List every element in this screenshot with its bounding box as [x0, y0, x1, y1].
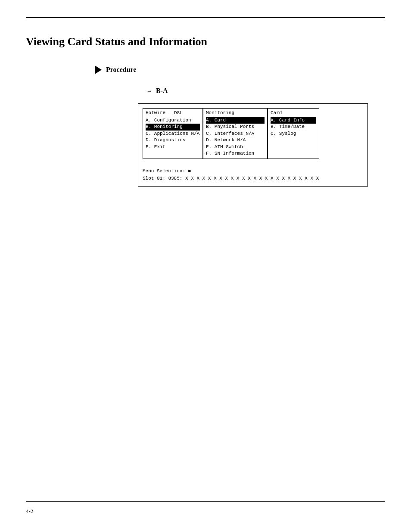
menu-item-exit: E. Exit: [146, 144, 200, 150]
page-title: Viewing Card Status and Information: [26, 35, 385, 48]
menu-item: F. SN Information: [206, 150, 265, 157]
status-line-1: Menu Selection: ■: [143, 168, 363, 175]
procedure-header: Procedure: [26, 65, 385, 74]
terminal-status: Menu Selection: ■ Slot 01: 8385: X X X X…: [143, 168, 363, 182]
menu-item-cardinfo: A. Card Info: [271, 117, 316, 124]
menu-panel-1: Hotwire – DSL A. Configuration B. Monito…: [143, 108, 203, 159]
page-number: 4-2: [26, 508, 33, 515]
panel2-title: Monitoring: [206, 110, 265, 115]
step-description: → B-A: [26, 87, 385, 95]
terminal-screen: Hotwire – DSL A. Configuration B. Monito…: [138, 103, 368, 187]
menu-item-monitoring: B. Monitoring: [146, 124, 200, 130]
menu-item-card: A. Card: [206, 117, 265, 124]
menu-panel-3: Card A. Card Info B. Time/Date C. Syslog: [268, 108, 319, 159]
menu-item: C. Syslog: [271, 131, 316, 137]
menu-item: D. Diagnostics: [146, 137, 200, 143]
terminal-menu-area: Hotwire – DSL A. Configuration B. Monito…: [143, 108, 363, 159]
menu-item: B. Physical Ports: [206, 124, 265, 130]
procedure-section: Procedure → B-A Hotwire – DSL A. Configu…: [26, 65, 385, 187]
menu-item: A. Configuration: [146, 117, 200, 124]
menu-item: E. ATM Switch: [206, 144, 265, 150]
menu-panel-2: Monitoring A. Card B. Physical Ports C. …: [203, 108, 268, 159]
bottom-rule: [26, 501, 385, 502]
panel1-title: Hotwire – DSL: [146, 110, 200, 115]
panel3-title: Card: [271, 110, 316, 115]
menu-item: C. Interfaces N/A: [206, 131, 265, 137]
step-bold-text: B-A: [156, 87, 168, 95]
status-line-2: Slot 01: 8385: X X X X X X X X X X X X X…: [143, 175, 363, 182]
step-arrow-icon: →: [146, 88, 153, 95]
menu-item: D. Network N/A: [206, 137, 265, 143]
procedure-arrow-icon: [95, 65, 102, 74]
menu-item: B. Time/Date: [271, 124, 316, 130]
procedure-label: Procedure: [106, 66, 137, 74]
menu-item: C. Applications N/A: [146, 131, 200, 137]
